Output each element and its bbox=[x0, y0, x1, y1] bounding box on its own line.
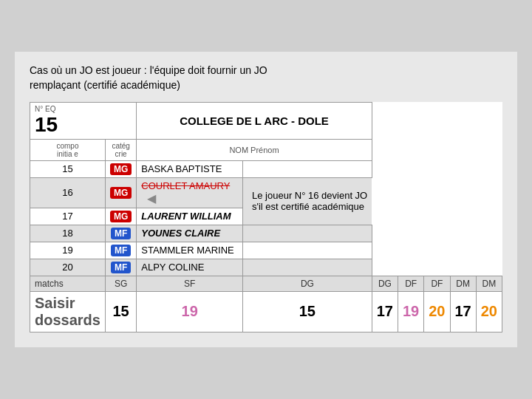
badge-mf: MF bbox=[111, 245, 131, 256]
score-2: 19 bbox=[137, 291, 243, 332]
matchs-label: matchs bbox=[30, 276, 106, 291]
player-note-cell bbox=[243, 225, 372, 242]
player-name-cell: COURLET AMAURY ◀ bbox=[137, 177, 243, 208]
badge-mf: MF bbox=[111, 262, 131, 273]
col-headers-row: compoinitia e catégcrie NOM Prénom bbox=[30, 139, 502, 160]
player-badge: MG bbox=[105, 208, 136, 225]
player-note-cell: Le joueur N° 16 devient JO s'il est cert… bbox=[243, 177, 372, 225]
player-num: 18 bbox=[30, 225, 106, 242]
player-name-strikethrough: COURLET AMAURY bbox=[141, 180, 230, 191]
num-eq-value: 15 bbox=[35, 113, 132, 137]
categ-header: catégcrie bbox=[105, 139, 136, 160]
scores-row: Saisir dossards 15 19 15 17 19 20 17 20 bbox=[30, 291, 502, 332]
header-row: N° EQ 15 COLLEGE DE L ARC - DOLE bbox=[30, 102, 502, 139]
player-badge: MG bbox=[105, 160, 136, 177]
score-7: 17 bbox=[450, 291, 476, 332]
score-val-2: 19 bbox=[182, 303, 198, 319]
player-name-italic: LAURENT WILLIAM bbox=[141, 211, 231, 222]
player-row-6: 20 MF ALPY COLINE bbox=[30, 259, 502, 276]
score-5: 19 bbox=[398, 291, 424, 332]
nom-prenom-header: NOM Prénom bbox=[137, 139, 372, 160]
player-name-cell: STAMMLER MARINE bbox=[137, 242, 243, 259]
page: Cas où un JO est joueur : l'équipe doit … bbox=[15, 52, 517, 347]
matchs-col-dm: DM bbox=[450, 276, 476, 291]
main-table: N° EQ 15 COLLEGE DE L ARC - DOLE compoin… bbox=[30, 102, 502, 332]
score-1: 15 bbox=[105, 291, 136, 332]
score-4: 17 bbox=[372, 291, 398, 332]
matchs-col-sf: SF bbox=[137, 276, 243, 291]
note-text: Le joueur N° 16 devient JO s'il est cert… bbox=[252, 190, 367, 212]
badge-mg: MG bbox=[110, 163, 132, 175]
player-note-cell bbox=[243, 259, 372, 276]
player-name-cell: LAURENT WILLIAM bbox=[137, 208, 243, 225]
score-val-5: 19 bbox=[403, 303, 419, 319]
badge-mf: MF bbox=[111, 228, 131, 239]
player-num: 16 bbox=[30, 177, 106, 208]
player-badge: MF bbox=[105, 242, 136, 259]
score-val-3: 15 bbox=[299, 303, 316, 319]
num-eq-label: N° EQ bbox=[35, 105, 132, 113]
player-num: 15 bbox=[30, 160, 106, 177]
player-num: 17 bbox=[30, 208, 106, 225]
player-badge: MG bbox=[105, 177, 136, 208]
matchs-col-sg: SG bbox=[105, 276, 136, 291]
player-name-cell: YOUNES CLAIRE bbox=[137, 225, 243, 242]
compo-header: compoinitia e bbox=[30, 139, 106, 160]
college-name: COLLEGE DE L ARC - DOLE bbox=[141, 115, 366, 127]
player-row-1: 15 MG BASKA BAPTISTE bbox=[30, 160, 502, 177]
note-line1: Le joueur N° 16 devient JO bbox=[252, 190, 367, 201]
note-line2: s'il est certifié académique bbox=[252, 201, 364, 212]
score-6: 20 bbox=[424, 291, 450, 332]
saisir-label: Saisir dossards bbox=[30, 291, 106, 332]
intro-text: Cas où un JO est joueur : l'équipe doit … bbox=[30, 64, 502, 92]
matchs-col-dm2: DM bbox=[476, 276, 502, 291]
score-val-6: 20 bbox=[429, 303, 445, 319]
player-name: STAMMLER MARINE bbox=[141, 245, 233, 256]
matchs-col-df: DF bbox=[398, 276, 424, 291]
college-cell: COLLEGE DE L ARC - DOLE bbox=[137, 102, 372, 139]
intro-line2: remplaçant (certifié académique) bbox=[30, 79, 180, 91]
player-name-cell: BASKA BAPTISTE bbox=[137, 160, 243, 177]
player-badge: MF bbox=[105, 225, 136, 242]
player-name: BASKA BAPTISTE bbox=[141, 163, 222, 174]
arrow-icon: ◀ bbox=[147, 192, 156, 205]
player-row-5: 19 MF STAMMLER MARINE bbox=[30, 242, 502, 259]
player-name: ALPY COLINE bbox=[141, 262, 204, 273]
matchs-header-row: matchs SG SF DG DG DF DF DM DM bbox=[30, 276, 502, 291]
score-3: 15 bbox=[243, 291, 372, 332]
score-val-4: 17 bbox=[377, 303, 393, 319]
matchs-col-df2: DF bbox=[424, 276, 450, 291]
player-name-cell: ALPY COLINE bbox=[137, 259, 243, 276]
player-row-2: 16 MG COURLET AMAURY ◀ Le joueur N° 16 d… bbox=[30, 177, 502, 208]
score-val-7: 17 bbox=[455, 303, 471, 319]
player-num: 20 bbox=[30, 259, 106, 276]
player-note-cell bbox=[243, 160, 372, 177]
badge-mg: MG bbox=[110, 187, 132, 199]
player-badge: MF bbox=[105, 259, 136, 276]
badge-mg: MG bbox=[110, 211, 132, 222]
score-8: 20 bbox=[476, 291, 502, 332]
score-val-1: 15 bbox=[112, 303, 129, 319]
player-note-cell bbox=[243, 242, 372, 259]
player-name-italic: YOUNES CLAIRE bbox=[141, 228, 220, 239]
player-row-4: 18 MF YOUNES CLAIRE bbox=[30, 225, 502, 242]
intro-line1: Cas où un JO est joueur : l'équipe doit … bbox=[30, 64, 267, 76]
player-num: 19 bbox=[30, 242, 106, 259]
matchs-col-dg: DG bbox=[243, 276, 372, 291]
score-val-8: 20 bbox=[481, 303, 497, 319]
matchs-col-dg2: DG bbox=[372, 276, 398, 291]
num-eq-cell: N° EQ 15 bbox=[30, 102, 137, 139]
